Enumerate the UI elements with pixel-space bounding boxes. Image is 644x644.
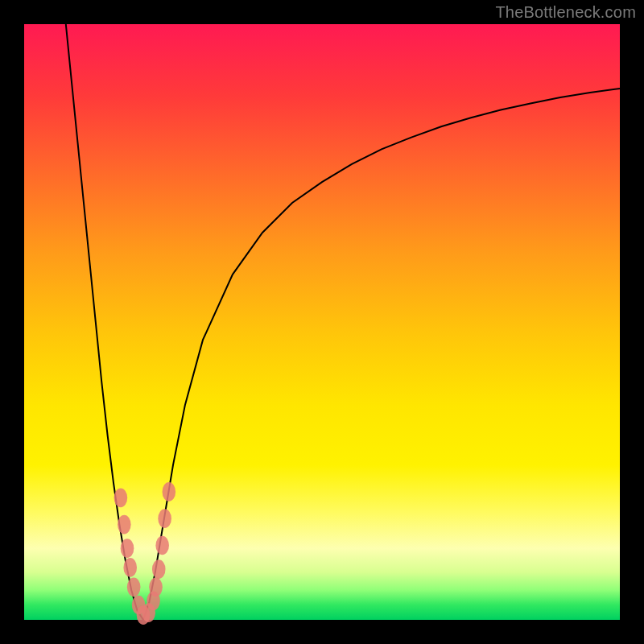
chart-plot-area	[24, 24, 620, 620]
data-point	[152, 559, 166, 579]
data-point	[121, 539, 134, 558]
chart-frame: TheBottleneck.com	[0, 0, 644, 644]
chart-svg	[24, 24, 620, 620]
data-point	[114, 488, 128, 507]
data-point	[149, 577, 163, 597]
data-point	[118, 515, 131, 535]
curve-right	[143, 89, 620, 620]
data-point	[123, 558, 137, 577]
curve-left	[66, 24, 143, 620]
data-point	[127, 577, 141, 597]
data-point	[155, 536, 169, 555]
data-point	[158, 509, 171, 528]
data-point	[163, 482, 176, 502]
watermark-text: TheBottleneck.com	[495, 3, 636, 22]
